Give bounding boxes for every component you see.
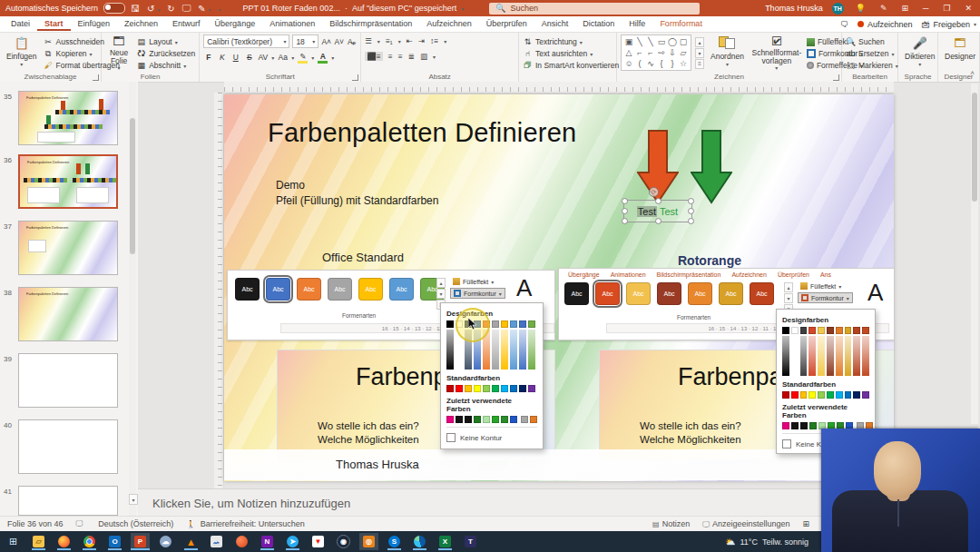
screen-recorder-icon[interactable]: ◎ <box>359 533 378 550</box>
tab-einfuegen[interactable]: Einfügen <box>71 17 118 31</box>
document-title[interactable]: PPT 01 Roter Faden 002... · Auf "diesem … <box>242 4 464 13</box>
file-explorer-icon[interactable]: ▱ <box>29 533 48 550</box>
onenote-icon[interactable]: N <box>258 533 277 550</box>
slide-title[interactable]: Farbenpaletten Definieren <box>268 118 576 148</box>
excel-icon[interactable]: X <box>436 533 455 550</box>
align-center-button[interactable]: ≡ <box>388 52 393 61</box>
tab-animationen[interactable]: Animationen <box>262 17 322 31</box>
panel-scrollbar[interactable]: ▾ <box>129 82 136 516</box>
elbow-shape-icon[interactable]: ⌐ <box>634 47 645 58</box>
align-left-button[interactable]: ⬛≡ <box>365 52 383 61</box>
steam-icon[interactable]: ◉ <box>334 533 353 550</box>
comment-icon[interactable]: 🗨 <box>840 20 848 29</box>
align-right-button[interactable]: ≡ <box>398 52 403 61</box>
share-button[interactable]: 🖄 Freigeben ▾ <box>921 20 976 29</box>
ribbon-options-icon[interactable]: ⊞ <box>898 4 911 13</box>
smiley-shape-icon[interactable]: ☺ <box>623 58 634 69</box>
accessibility-status[interactable]: Barrierefreiheit: Untersuchen <box>201 519 305 528</box>
telegram-icon[interactable]: ➤ <box>283 533 302 550</box>
weather-widget[interactable]: ⛅ 11°C Teilw. sonnig <box>725 537 808 547</box>
roundrect-shape-icon[interactable]: ▢ <box>678 36 689 47</box>
test-text-green[interactable]: Test <box>659 206 679 217</box>
tab-datei[interactable]: Datei <box>4 17 37 31</box>
start-slideshow-icon[interactable]: 🖵 <box>182 3 191 14</box>
vlc-icon[interactable]: ▲ <box>181 533 201 550</box>
strikethrough-button[interactable]: S <box>244 53 254 62</box>
rightarrow-shape-icon[interactable]: ⇨ <box>656 47 667 58</box>
restore-button[interactable]: ❐ <box>940 4 953 13</box>
shapes-scroll-down-icon[interactable]: ▾ <box>695 48 704 58</box>
thumbnail-38[interactable]: 38 Farbenpaletten Definieren <box>18 287 120 341</box>
dialog-launcher-icon[interactable] <box>833 74 839 81</box>
tab-ueberpruefen[interactable]: Überprüfen <box>479 17 534 31</box>
minimize-button[interactable]: ─ <box>920 4 931 13</box>
text-direction-button[interactable]: ⇅Textrichtung▾ <box>523 36 624 47</box>
arrange-button[interactable]: Anordnen▾ <box>708 34 747 71</box>
thumbnail-39[interactable]: 39 <box>18 353 120 408</box>
acrobat-icon[interactable]: ▼ <box>309 533 328 550</box>
layout-button[interactable]: ▤Layout▾ <box>136 36 195 47</box>
office-standard-caption[interactable]: Office Standard <box>322 251 404 264</box>
language-status[interactable]: Deutsch (Österreich) <box>98 519 173 528</box>
autosave-toggle[interactable] <box>103 3 125 14</box>
brace-shape-icon[interactable]: { <box>656 58 667 69</box>
reset-button[interactable]: 🗘Zurücksetzen <box>136 48 195 59</box>
rotorange-caption[interactable]: Rotorange <box>678 253 741 268</box>
photos-icon[interactable]: 🗻 <box>207 533 226 550</box>
chrome-icon[interactable] <box>80 533 99 550</box>
rotate-handle[interactable]: ⟳ <box>649 187 659 197</box>
underline-button[interactable]: U <box>230 53 240 62</box>
green-down-arrow[interactable] <box>691 129 732 205</box>
indent-button[interactable]: ⇥ <box>418 36 425 45</box>
wave-shape-icon[interactable]: ∿ <box>645 58 656 69</box>
section-button[interactable]: ▦Abschnitt▾ <box>136 60 195 71</box>
view-buttons-icon[interactable]: ⊞ <box>802 519 809 528</box>
convert-smartart-button[interactable]: 🗇In SmartArt konvertieren▾ <box>523 60 624 71</box>
redo-icon[interactable]: ↻ <box>167 4 174 14</box>
pen-icon[interactable]: ✎ ▾ <box>198 4 211 14</box>
tab-entwurf[interactable]: Entwurf <box>165 17 208 31</box>
horizontal-ruler[interactable] <box>224 82 894 94</box>
shapes-gallery[interactable]: ▣╲╲▭◯▢ △⌐⌐⇨⇩▱ ☺(∿{}☆ <box>621 34 691 71</box>
triangle-shape-icon[interactable]: △ <box>623 47 634 58</box>
save-icon[interactable]: 🖫 <box>131 4 140 14</box>
tab-start[interactable]: Start <box>37 17 71 31</box>
tab-aufzeichnen[interactable]: Aufzeichnen <box>419 17 479 31</box>
more-commands-icon[interactable]: ▾ <box>218 4 220 14</box>
flowchart-shape-icon[interactable]: ▱ <box>678 47 689 58</box>
brace2-shape-icon[interactable]: } <box>667 58 678 69</box>
paint3d-icon[interactable]: ☁ <box>156 533 175 550</box>
bold-button[interactable]: F <box>203 53 213 62</box>
line-spacing-button[interactable]: ↕≡ <box>430 36 438 45</box>
sticky-notes-icon[interactable] <box>232 533 251 550</box>
slide-canvas[interactable]: Farbenpaletten Definieren Demo Pfeil (Fü… <box>224 94 894 481</box>
selected-textbox[interactable]: Test Test <box>623 200 692 222</box>
font-name-select[interactable]: Calibri (Textkörper)▾ <box>203 34 289 48</box>
shapes-more-icon[interactable]: ≡ <box>695 59 704 69</box>
tab-uebergaenge[interactable]: Übergänge <box>208 17 263 31</box>
undo-icon[interactable]: ↺ ▾ <box>147 4 160 14</box>
font-size-select[interactable]: 18▾ <box>292 34 318 48</box>
thumbnail-37[interactable]: 37 Farbenpaletten Definieren <box>18 221 120 275</box>
outdent-button[interactable]: ⇤ <box>407 36 413 45</box>
start-button[interactable]: ⊞ <box>4 533 23 550</box>
change-case-button[interactable]: Aa <box>278 53 288 62</box>
display-settings-button[interactable]: 🖵Anzeigeeinstellungen <box>702 519 789 529</box>
dialog-launcher-icon[interactable] <box>93 74 99 81</box>
search-input[interactable]: 🔍 Suchen <box>489 3 700 15</box>
tab-bildschirmpraesentation[interactable]: Bildschirmpräsentation <box>322 17 419 31</box>
outlook-icon[interactable]: O <box>105 533 124 550</box>
author-name[interactable]: Thomas Hruska <box>336 458 419 471</box>
select-button[interactable]: ⬚Markieren▾ <box>846 60 898 71</box>
thumbnail-35[interactable]: 35 Farbenpaletten Definieren <box>18 91 120 145</box>
arrow-shape-icon[interactable]: ╲ <box>645 36 656 47</box>
new-slide-button[interactable]: 🗔 Neue Folie▾ <box>105 34 132 71</box>
columns-button[interactable]: ▥ <box>420 52 427 61</box>
firefox-icon[interactable] <box>54 533 74 550</box>
slide-counter[interactable]: Folie 36 von 46 <box>7 519 64 528</box>
bullets-button[interactable]: ☰ <box>365 36 372 45</box>
tab-hilfe[interactable]: Hilfe <box>622 17 652 31</box>
find-button[interactable]: 🔍Suchen <box>846 36 898 47</box>
curve-shape-icon[interactable]: ⌐ <box>645 47 656 58</box>
shapes-scroll-up-icon[interactable]: ▴ <box>695 37 704 47</box>
